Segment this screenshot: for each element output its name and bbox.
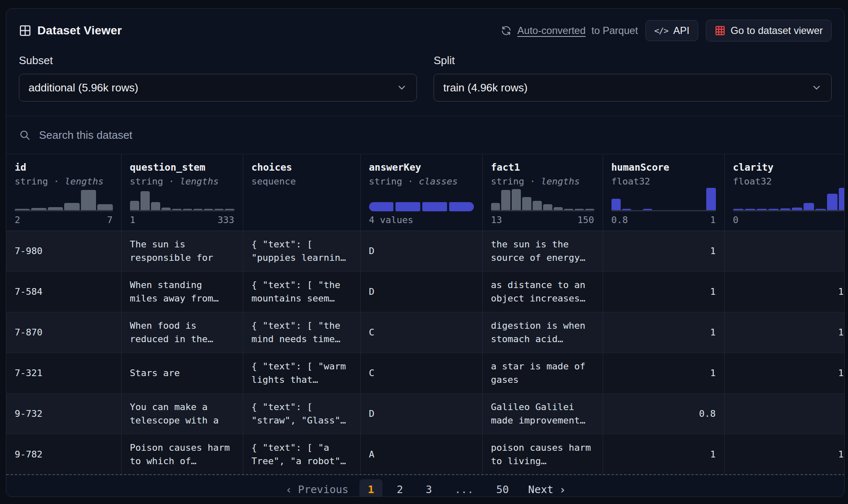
- histogram-bar: [827, 194, 838, 210]
- histogram-bar: [130, 201, 139, 210]
- cell-id: 7-321: [6, 353, 121, 394]
- histogram-labels: 27: [15, 215, 113, 226]
- refresh-icon: [501, 25, 512, 36]
- histogram-labels: 4 values: [369, 215, 474, 226]
- page-2[interactable]: 2: [388, 479, 411, 497]
- go-to-dataset-viewer-button[interactable]: Go to dataset viewer: [706, 20, 832, 42]
- viewer-button-label: Go to dataset viewer: [731, 26, 823, 36]
- header-actions: Auto-converted to Parquet </> API Go to …: [501, 20, 832, 42]
- cell-question_stem: Stars are: [121, 353, 243, 394]
- split-select[interactable]: train (4.96k rows): [434, 74, 832, 101]
- column-name: clarity: [733, 162, 845, 173]
- histogram-bar: [512, 189, 521, 210]
- column-histogram: [611, 187, 716, 210]
- auto-converted-link[interactable]: Auto-converted: [518, 25, 586, 36]
- column-type: float32: [611, 176, 716, 187]
- cell-answerKey: C: [360, 312, 482, 353]
- histogram-bar: [48, 207, 63, 210]
- column-header-fact1: fact1string · lengths13150: [482, 154, 603, 231]
- table-wrap: idstring · lengths27question_stemstring …: [6, 154, 845, 497]
- cell-answerKey: D: [360, 231, 482, 272]
- auto-converted-note: Auto-converted to Parquet: [501, 25, 638, 36]
- histogram-baseline: [611, 210, 716, 211]
- page-ellipsis: ...: [446, 479, 482, 497]
- page-numbers: 123...50: [359, 479, 517, 497]
- column-histogram: [733, 187, 845, 210]
- cell-id: 7-980: [6, 231, 121, 272]
- column-type: float32: [733, 176, 845, 187]
- previous-button[interactable]: ‹ Previous: [286, 483, 349, 496]
- cell-question_stem: You can make a telescope with a: [121, 394, 243, 434]
- chevron-down-icon: [811, 82, 822, 93]
- page-1[interactable]: 1: [359, 479, 382, 497]
- cell-question_stem: The sun is responsible for: [121, 231, 243, 272]
- histogram-labels: 13150: [491, 215, 594, 226]
- histogram-max-label: 333: [218, 215, 234, 226]
- column-name: fact1: [491, 162, 594, 173]
- column-header-content: fact1string · lengths13150: [491, 162, 594, 226]
- histogram-baseline: [733, 210, 845, 211]
- subset-control: Subset additional (5.96k rows): [19, 54, 417, 101]
- page-title-text: Dataset Viewer: [37, 24, 122, 37]
- cell-fact1: Galileo Galilei made improvement…: [482, 394, 603, 434]
- histogram-max-label: 1: [710, 215, 715, 226]
- next-button[interactable]: Next ›: [528, 483, 566, 496]
- column-header-answerKey: answerKeystring · classes4 values: [360, 154, 482, 231]
- api-button[interactable]: </> API: [645, 20, 698, 41]
- chevron-down-icon: [396, 82, 407, 93]
- column-type: string · classes: [369, 176, 474, 187]
- column-type: string · lengths: [130, 176, 234, 187]
- column-name: choices: [252, 162, 352, 173]
- histogram-bar: [81, 190, 96, 210]
- column-type: sequence: [252, 176, 352, 187]
- cell-choices: { "text": [ "the mind needs time…: [243, 312, 360, 353]
- histogram-min-label: 2: [15, 215, 20, 226]
- cell-fact1: as distance to an object increases…: [482, 272, 603, 312]
- next-label: Next: [528, 483, 553, 496]
- cell-fact1: poison causes harm to living…: [482, 434, 603, 475]
- column-header-question_stem: question_stemstring · lengths1333: [121, 154, 243, 231]
- histogram-labels: 0: [733, 215, 845, 226]
- table-row: 7-980The sun is responsible for{ "text":…: [6, 231, 845, 272]
- cell-clarity: [724, 394, 845, 434]
- split-control: Split train (4.96k rows): [434, 54, 832, 101]
- class-segment: [449, 202, 474, 211]
- histogram-min-label: 0: [733, 215, 739, 226]
- cell-choices: { "text": [ "a Tree", "a robot"…: [243, 434, 360, 475]
- subset-select[interactable]: additional (5.96k rows): [19, 74, 417, 101]
- cell-question_stem: When food is reduced in the…: [121, 312, 243, 353]
- class-segment: [395, 202, 420, 211]
- split-label: Split: [434, 54, 832, 67]
- subset-label: Subset: [19, 54, 417, 67]
- histogram-bar: [804, 203, 814, 210]
- cell-clarity: 1.: [724, 312, 845, 353]
- histogram-bar: [611, 199, 621, 210]
- page-50[interactable]: 50: [488, 479, 517, 497]
- split-select-value: train (4.96k rows): [443, 81, 528, 94]
- cell-clarity: 1.: [724, 353, 845, 394]
- column-header-content: question_stemstring · lengths1333: [130, 162, 234, 226]
- column-header-humanScore: humanScorefloat320.81: [603, 154, 724, 231]
- auto-converted-rest: to Parquet: [591, 25, 638, 36]
- histogram-bar: [64, 203, 79, 210]
- column-type: string · lengths: [491, 176, 594, 187]
- page-3[interactable]: 3: [417, 479, 440, 497]
- data-table: idstring · lengths27question_stemstring …: [6, 154, 845, 475]
- chevron-left-icon: ‹: [286, 483, 292, 496]
- column-header-content: humanScorefloat320.81: [611, 162, 716, 226]
- cell-id: 7-584: [6, 272, 121, 312]
- cell-fact1: digestion is when stomach acid…: [482, 312, 603, 353]
- histogram-baseline: [15, 210, 113, 211]
- histogram-bar: [491, 203, 500, 210]
- column-header-choices: choicessequence: [243, 154, 360, 231]
- cell-choices: { "text": [ "straw", "Glass"…: [243, 394, 360, 434]
- cell-fact1: a star is made of gases: [482, 353, 603, 394]
- cell-answerKey: A: [360, 434, 482, 475]
- search-input[interactable]: [39, 129, 832, 142]
- cell-humanScore: 0.8: [603, 394, 724, 434]
- table-row: 9-782Poison causes harm to which of…{ "t…: [6, 434, 845, 475]
- cell-clarity: [724, 231, 845, 272]
- cell-choices: { "text": [ "warm lights that…: [243, 353, 360, 394]
- histogram-bar: [706, 188, 715, 210]
- search-bar: [6, 116, 844, 154]
